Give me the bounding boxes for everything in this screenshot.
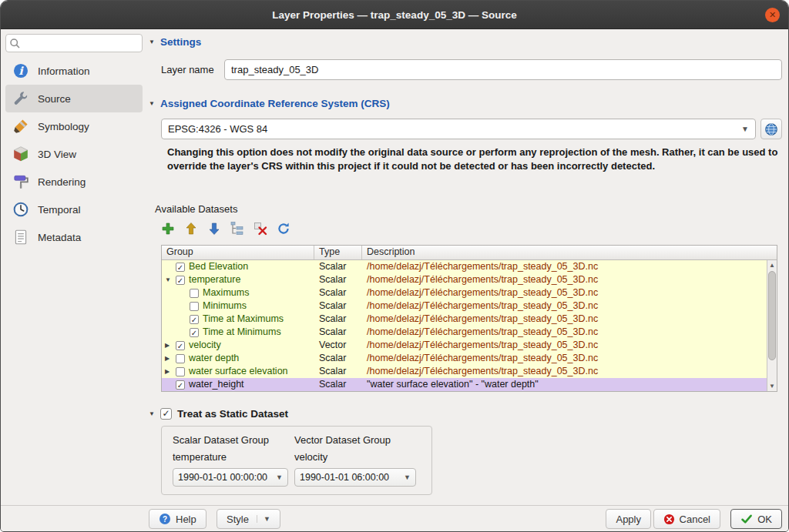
cancel-button[interactable]: Cancel — [653, 509, 720, 529]
expand-tree-button[interactable] — [229, 220, 246, 237]
help-button[interactable]: ? Help — [149, 509, 206, 529]
sidebar-item-rendering[interactable]: Rendering — [5, 168, 143, 196]
sidebar-item-source[interactable]: Source — [5, 85, 143, 112]
settings-header-label: Settings — [160, 36, 201, 48]
sidebar-item-information[interactable]: i Information — [5, 57, 143, 85]
dataset-row[interactable]: ▼✓temperatureScalar/home/delazj/Téléchar… — [162, 273, 767, 286]
vector-time-value: 1990-01-01 06:00:00 — [300, 472, 401, 483]
sidebar-search[interactable] — [5, 34, 143, 52]
paintbrush-icon — [12, 118, 30, 135]
dataset-row[interactable]: MinimumsScalar/home/delazj/Téléchargemen… — [162, 299, 767, 313]
dataset-table: Group Type Description ✓Bed ElevationSca… — [161, 245, 777, 392]
sidebar-item-label: Symbology — [38, 121, 89, 132]
crs-group-header[interactable]: ▼ Assigned Coordinate Reference System (… — [149, 98, 390, 109]
static-dataset-group-header[interactable]: ▼ ✓ Treat as Static Dataset — [149, 408, 288, 420]
collapse-arrow-icon[interactable]: ▼ — [149, 38, 155, 45]
dialog-footer: ? Help Style ▼ Apply Cancel OK — [1, 505, 788, 531]
select-crs-button[interactable] — [760, 119, 782, 139]
sidebar-item-label: Information — [38, 65, 90, 77]
datasets-toolbar — [159, 220, 292, 237]
dataset-description: /home/delazj/Téléchargements/trap_steady… — [362, 260, 767, 273]
scrollbar-thumb[interactable] — [768, 271, 776, 360]
sidebar-item-label: Rendering — [38, 176, 86, 188]
vector-time-select[interactable]: 1990-01-01 06:00:00 ▼ — [294, 468, 416, 487]
ok-button[interactable]: OK — [730, 509, 782, 529]
chevron-down-icon: ▼ — [404, 473, 411, 481]
crs-select[interactable]: EPSG:4326 - WGS 84 ▼ — [161, 119, 756, 139]
sidebar-item-label: Temporal — [38, 204, 81, 216]
layer-name-label: Layer name — [161, 64, 214, 75]
dataset-checkbox[interactable]: ✓ — [176, 263, 185, 272]
dataset-description: /home/delazj/Téléchargements/trap_steady… — [362, 286, 767, 299]
chevron-down-icon: ▼ — [741, 125, 749, 133]
layer-name-input[interactable] — [224, 59, 782, 80]
add-dataset-button[interactable] — [159, 220, 176, 237]
dataset-group-name: Bed Elevation — [189, 260, 248, 273]
dataset-checkbox[interactable]: ✓ — [176, 341, 185, 350]
dataset-group-name: water surface elevation — [189, 365, 288, 378]
search-input[interactable] — [23, 35, 139, 51]
dataset-type: Vector — [314, 339, 362, 352]
dataset-row[interactable]: ▶water depthScalar/home/delazj/Télécharg… — [162, 352, 767, 365]
dataset-checkbox[interactable]: ✓ — [176, 276, 185, 285]
dataset-group-name: velocity — [189, 339, 221, 352]
style-button[interactable]: Style ▼ — [217, 509, 280, 529]
scalar-time-select[interactable]: 1990-01-01 00:00:00 ▼ — [173, 468, 288, 487]
settings-group-header[interactable]: ▼ Settings — [149, 36, 201, 48]
dataset-description: /home/delazj/Téléchargements/trap_steady… — [362, 299, 767, 313]
dataset-row[interactable]: ✓Bed ElevationScalar/home/delazj/Télécha… — [162, 260, 767, 273]
scroll-down-icon[interactable]: ▼ — [767, 381, 777, 391]
collapse-arrow-icon[interactable]: ▼ — [149, 100, 155, 107]
dataset-checkbox[interactable] — [176, 367, 185, 376]
dataset-row[interactable]: ▶water surface elevationScalar/home/dela… — [162, 365, 767, 378]
dataset-checkbox[interactable]: ✓ — [176, 380, 185, 390]
refresh-button[interactable] — [275, 220, 292, 237]
dataset-group-name: Minimums — [203, 299, 247, 313]
dataset-checkbox[interactable]: ✓ — [190, 315, 199, 324]
scalar-dataset-group-label: Scalar Dataset Group — [173, 434, 269, 446]
dataset-group-name: Maximums — [203, 286, 249, 299]
apply-button[interactable]: Apply — [606, 509, 651, 529]
dataset-checkbox[interactable] — [190, 289, 199, 298]
dataset-row[interactable]: ✓water_heightScalar"water surface elevat… — [162, 378, 767, 391]
sidebar-item-metadata[interactable]: Metadata — [5, 223, 143, 251]
dataset-row[interactable]: ▶✓velocityVector/home/delazj/Téléchargem… — [162, 339, 767, 352]
close-icon[interactable]: ✕ — [765, 8, 780, 22]
static-dataset-checkbox[interactable]: ✓ — [160, 408, 172, 420]
dataset-type: Scalar — [314, 313, 362, 326]
crs-selected-value: EPSG:4326 - WGS 84 — [168, 123, 737, 135]
collapse-arrow-icon[interactable]: ▼ — [149, 410, 155, 417]
ok-label: OK — [757, 514, 772, 525]
titlebar[interactable]: Layer Properties — trap_steady_05_3D — S… — [1, 1, 788, 29]
down-arrow-button[interactable] — [206, 220, 223, 237]
dataset-tree-body: ✓Bed ElevationScalar/home/delazj/Télécha… — [162, 260, 767, 391]
dataset-group-name: Time at Minimums — [203, 326, 281, 339]
dataset-checkbox[interactable]: ✓ — [190, 328, 199, 337]
sidebar-item-3d-view[interactable]: 3D View — [5, 140, 143, 168]
dataset-group-name: water_height — [189, 378, 244, 391]
column-header-group[interactable]: Group — [162, 246, 314, 259]
style-label: Style — [227, 514, 249, 525]
dataset-row[interactable]: MaximumsScalar/home/delazj/Téléchargemen… — [162, 286, 767, 299]
plus-icon — [160, 221, 176, 236]
column-header-type[interactable]: Type — [314, 246, 362, 259]
expand-branch-icon[interactable]: ▶ — [165, 339, 175, 352]
dataset-checkbox[interactable] — [176, 354, 185, 363]
dataset-row[interactable]: ✓Time at MinimumsScalar/home/delazj/Télé… — [162, 326, 767, 339]
scalar-dataset-group-value: temperature — [173, 451, 227, 463]
dataset-row[interactable]: ✓Time at MaximumsScalar/home/delazj/Télé… — [162, 313, 767, 326]
up-arrow-button[interactable] — [183, 220, 200, 237]
dataset-checkbox[interactable] — [190, 302, 199, 311]
expand-branch-icon[interactable]: ▶ — [165, 352, 175, 365]
collapse-branch-icon[interactable]: ▼ — [165, 273, 175, 286]
sidebar-item-temporal[interactable]: Temporal — [5, 196, 143, 223]
remove-dataset-button[interactable] — [252, 220, 269, 237]
vertical-scrollbar[interactable]: ▲ ▼ — [767, 260, 777, 391]
check-icon — [740, 513, 753, 525]
column-header-description[interactable]: Description — [362, 246, 777, 259]
dataset-description: /home/delazj/Téléchargements/trap_steady… — [362, 326, 767, 339]
expand-branch-icon[interactable]: ▶ — [165, 365, 175, 378]
scroll-up-icon[interactable]: ▲ — [767, 260, 777, 270]
dataset-type: Scalar — [314, 273, 362, 286]
sidebar-item-symbology[interactable]: Symbology — [5, 112, 143, 140]
